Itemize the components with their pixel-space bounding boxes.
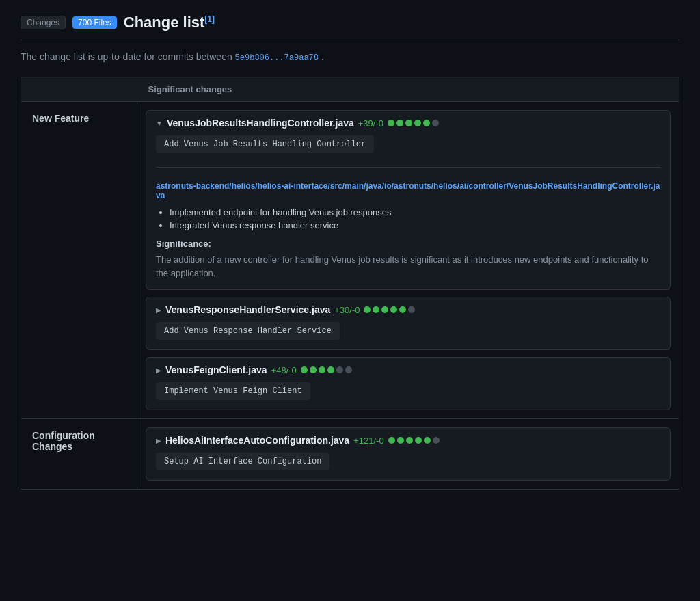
change-list: Implemented endpoint for handling Venus …	[156, 207, 660, 230]
commit-message: Setup AI Interface Configuration	[156, 453, 329, 470]
dot-green	[397, 437, 404, 444]
change-toggle[interactable]: ▶	[156, 306, 161, 314]
dot-gray	[336, 366, 343, 373]
dot-gray	[345, 366, 352, 373]
change-diff: +30/-0	[334, 305, 360, 315]
dot-green	[414, 120, 421, 126]
info-bar: The change list is up-to-date for commit…	[21, 51, 679, 63]
category-cell: Configuration Changes	[21, 419, 137, 490]
dot-gray	[432, 120, 439, 126]
dot-green	[364, 306, 371, 313]
change-entry: ▶VenusFeignClient.java+48/-0Implement Ve…	[146, 357, 671, 410]
dot-green	[327, 366, 334, 373]
dot-green	[373, 306, 379, 313]
change-filename: VenusResponseHandlerService.java	[165, 304, 330, 315]
file-path: astronuts-backend/helios/helios-ai-inter…	[156, 181, 660, 200]
change-header: ▶HeliosAiInterfaceAutoConfiguration.java…	[146, 428, 670, 453]
change-entry: ▼VenusJobResultsHandlingController.java+…	[146, 110, 671, 290]
dot-gray	[408, 306, 415, 313]
change-diff: +39/-0	[358, 118, 383, 129]
change-filename: VenusJobResultsHandlingController.java	[167, 118, 354, 129]
change-header: ▼VenusJobResultsHandlingController.java+…	[146, 111, 670, 135]
list-item: Implemented endpoint for handling Venus …	[170, 207, 660, 217]
change-diff: +121/-0	[353, 436, 383, 446]
commit-message: Add Venus Response Handler Service	[156, 322, 340, 340]
col-significant-changes: Significant changes	[137, 77, 679, 102]
significance-text: The addition of a new controller for han…	[156, 253, 660, 280]
dot-green	[406, 437, 413, 444]
change-filename: HeliosAiInterfaceAutoConfiguration.java	[165, 435, 349, 446]
change-filename: VenusFeignClient.java	[165, 364, 267, 375]
dot-gray	[433, 437, 440, 444]
change-entry: ▶VenusResponseHandlerService.java+30/-0A…	[146, 297, 671, 350]
change-diff: +48/-0	[271, 365, 297, 375]
dot-green	[405, 120, 412, 126]
page-container: Changes 700 Files Change list[1] The cha…	[0, 0, 700, 503]
change-toggle[interactable]: ▼	[156, 120, 163, 127]
commit-message: Implement Venus Feign Client	[156, 382, 310, 400]
dot-green	[390, 306, 397, 313]
change-header: ▶VenusResponseHandlerService.java+30/-0	[146, 297, 670, 322]
dot-green	[301, 366, 308, 373]
commit-message: Add Venus Job Results Handling Controlle…	[156, 135, 374, 153]
dot-green	[399, 306, 406, 313]
list-item: Integrated Venus response handler servic…	[170, 220, 660, 230]
significance-dots	[364, 306, 415, 313]
significance-dots	[301, 366, 352, 373]
dot-green	[388, 120, 394, 126]
dot-green	[319, 366, 325, 373]
dot-green	[310, 366, 317, 373]
badge-files: 700 Files	[72, 16, 117, 29]
change-toggle[interactable]: ▶	[156, 437, 161, 444]
significance-label: Significance:	[156, 239, 660, 249]
dot-green	[415, 437, 422, 444]
col-category	[21, 77, 137, 102]
header-area: Changes 700 Files Change list[1]	[21, 14, 679, 40]
change-toggle[interactable]: ▶	[156, 366, 161, 374]
significance-dots	[388, 120, 439, 126]
dot-green	[423, 120, 430, 126]
dot-green	[396, 120, 403, 126]
changes-cell: ▼VenusJobResultsHandlingController.java+…	[137, 102, 679, 419]
expanded-content: astronuts-backend/helios/helios-ai-inter…	[146, 174, 670, 289]
significance-dots	[388, 437, 440, 444]
divider	[156, 167, 660, 168]
change-entry: ▶HeliosAiInterfaceAutoConfiguration.java…	[146, 427, 671, 481]
badge-changes: Changes	[21, 16, 66, 29]
main-table: Significant changes New Feature▼VenusJob…	[21, 77, 679, 490]
page-title: Change list[1]	[124, 14, 215, 31]
change-header: ▶VenusFeignClient.java+48/-0	[146, 358, 670, 382]
commit-link[interactable]: 5e9b806...7a9aa78	[235, 53, 319, 63]
dot-green	[388, 437, 395, 444]
dot-green	[381, 306, 388, 313]
category-cell: New Feature	[21, 102, 137, 419]
dot-green	[424, 437, 431, 444]
changes-cell: ▶HeliosAiInterfaceAutoConfiguration.java…	[137, 419, 679, 490]
